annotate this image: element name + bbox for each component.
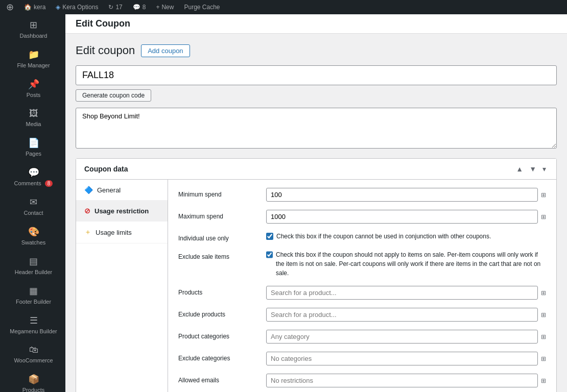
restriction-tab-label: Usage restriction: [94, 207, 149, 215]
products-info-icon[interactable]: ⊞: [541, 289, 546, 297]
maximum-spend-input[interactable]: [266, 210, 538, 224]
minimum-spend-info-icon[interactable]: ⊞: [541, 191, 546, 199]
sidebar-item-footer-builder[interactable]: ▦ Footer Builder: [0, 280, 65, 310]
wp-logo-button[interactable]: ⊕: [4, 0, 16, 14]
main-content: Edit Coupon Edit coupon Add coupon Gener…: [65, 14, 567, 392]
sidebar-item-label: Header Builder: [15, 269, 52, 275]
products-search-input[interactable]: [266, 286, 538, 300]
exclude-products-row: Exclude products ⊞: [178, 308, 546, 322]
panel-expand-down-button[interactable]: ▼: [527, 164, 538, 174]
minimum-spend-field: ⊞: [266, 188, 546, 202]
maximum-spend-info-icon[interactable]: ⊞: [541, 213, 546, 220]
sidebar-item-label: Media: [26, 121, 41, 127]
kera-options-button[interactable]: ◈ Kera Options: [54, 0, 100, 14]
individual-use-checkbox[interactable]: [266, 233, 273, 240]
sidebar-item-label: Products: [22, 387, 44, 392]
sidebar-item-label: Swatches: [21, 239, 46, 246]
sidebar-item-contact[interactable]: ✉ Contact: [0, 191, 65, 221]
sidebar-item-pages[interactable]: 📄 Pages: [0, 132, 65, 162]
limits-tab-icon: ＋: [84, 228, 91, 237]
sidebar-item-label: Megamenu Builder: [10, 328, 57, 334]
sidebar-item-label: Posts: [27, 92, 41, 98]
allowed-emails-info-icon[interactable]: ⊞: [541, 377, 546, 384]
products-icon: 📦: [28, 374, 39, 385]
minimum-spend-input[interactable]: [266, 188, 538, 202]
generate-coupon-button[interactable]: Generate coupon code: [76, 89, 151, 102]
sidebar-item-woocommerce[interactable]: 🛍 WooCommerce: [0, 339, 65, 369]
sidebar-item-label: File Manager: [17, 62, 50, 68]
sidebar-item-header-builder[interactable]: ▤ Header Builder: [0, 251, 65, 280]
exclude-categories-label: Exclude categories: [178, 352, 260, 362]
tab-usage-limits[interactable]: ＋ Usage limits: [76, 222, 168, 243]
home-icon: 🏠: [24, 4, 32, 11]
comments-button[interactable]: 💬 8: [131, 0, 148, 14]
exclude-products-info-icon[interactable]: ⊞: [541, 311, 546, 318]
exclude-sale-label: Exclude sale items: [178, 250, 260, 260]
sidebar-item-comments[interactable]: 💬 Comments 8: [0, 162, 65, 191]
product-categories-input[interactable]: [266, 330, 538, 344]
site-home-button[interactable]: 🏠 kera: [22, 0, 48, 14]
exclude-products-search-input[interactable]: [266, 308, 538, 322]
product-categories-info-icon[interactable]: ⊞: [541, 333, 546, 340]
sidebar-item-dashboard[interactable]: ⊞ Dashboard: [0, 14, 65, 44]
megamenu-icon: ☰: [30, 315, 38, 326]
exclude-sale-checkbox[interactable]: [266, 251, 273, 258]
minimum-spend-label: Minimum spend: [178, 188, 260, 198]
add-coupon-button[interactable]: Add coupon: [141, 44, 190, 57]
admin-bar: ⊕ 🏠 kera ◈ Kera Options ↻ 17 💬 8 + New P…: [0, 0, 567, 14]
maximum-spend-row: Maximum spend ⊞: [178, 210, 546, 224]
exclude-categories-field: ⊞: [266, 352, 546, 365]
individual-use-checkbox-row: Check this box if the coupon cannot be u…: [266, 232, 491, 241]
products-field: ⊞: [266, 286, 546, 300]
sidebar-item-label: Footer Builder: [16, 299, 51, 305]
maximum-spend-label: Maximum spend: [178, 210, 260, 220]
sidebar-item-products[interactable]: 📦 Products: [0, 369, 65, 392]
content-area: Edit coupon Add coupon Generate coupon c…: [65, 34, 567, 392]
products-label: Products: [178, 286, 260, 296]
allowed-emails-input[interactable]: [266, 374, 538, 387]
exclude-categories-info-icon[interactable]: ⊞: [541, 355, 546, 362]
sidebar-item-file-manager[interactable]: 📁 File Manager: [0, 44, 65, 74]
wordpress-icon: ⊕: [6, 2, 14, 13]
sidebar-item-label: Contact: [24, 210, 43, 216]
allowed-emails-row: Allowed emails ⊞: [178, 374, 546, 387]
coupon-code-input[interactable]: [76, 65, 557, 85]
updates-button[interactable]: ↻ 17: [106, 0, 124, 14]
exclude-sale-field: Check this box if the coupon should not …: [266, 250, 546, 278]
sidebar-item-swatches[interactable]: 🎨 Swatches: [0, 221, 65, 251]
purge-cache-button[interactable]: Purge Cache: [182, 0, 222, 14]
header-icon: ▤: [29, 256, 38, 267]
dashboard-icon: ⊞: [30, 19, 37, 31]
coupon-data-panel: Coupon data ▲ ▼ ▾ 🔷 General: [76, 158, 557, 392]
products-row: Products ⊞: [178, 286, 546, 300]
maximum-spend-field: ⊞: [266, 210, 546, 224]
updates-icon: ↻: [108, 4, 113, 11]
exclude-products-label: Exclude products: [178, 308, 260, 318]
exclude-products-field: ⊞: [266, 308, 546, 322]
tab-general[interactable]: 🔷 General: [76, 180, 168, 201]
sidebar-item-posts[interactable]: 📌 Posts: [0, 74, 65, 103]
panel-tabs: 🔷 General ⊘ Usage restriction ＋ Usage li…: [76, 180, 168, 392]
exclude-sale-row: Exclude sale items Check this box if the…: [178, 250, 546, 278]
sidebar-item-label: Dashboard: [20, 33, 48, 39]
comments-icon: 💬: [133, 4, 140, 11]
product-categories-label: Product categories: [178, 330, 260, 340]
coupon-description-textarea[interactable]: Shop Beyond Limit!: [76, 108, 557, 149]
edit-coupon-title: Edit coupon: [76, 44, 135, 57]
sidebar-item-media[interactable]: 🖼 Media: [0, 103, 65, 132]
posts-icon: 📌: [28, 79, 39, 90]
site-name: kera: [34, 4, 45, 11]
general-tab-icon: 🔷: [84, 186, 93, 194]
tab-usage-restriction[interactable]: ⊘ Usage restriction: [76, 201, 168, 222]
sidebar-item-megamenu[interactable]: ☰ Megamenu Builder: [0, 310, 65, 339]
product-categories-field: ⊞: [266, 330, 546, 344]
exclude-categories-input[interactable]: [266, 352, 538, 365]
kera-icon: ◈: [56, 4, 60, 11]
new-content-button[interactable]: + New: [154, 0, 176, 14]
product-categories-row: Product categories ⊞: [178, 330, 546, 344]
individual-use-label: Individual use only: [178, 232, 260, 242]
comments-sidebar-icon: 💬: [28, 167, 39, 178]
panel-expand-up-button[interactable]: ▲: [514, 164, 525, 174]
minimum-spend-row: Minimum spend ⊞: [178, 188, 546, 202]
panel-toggle-button[interactable]: ▾: [540, 164, 548, 174]
